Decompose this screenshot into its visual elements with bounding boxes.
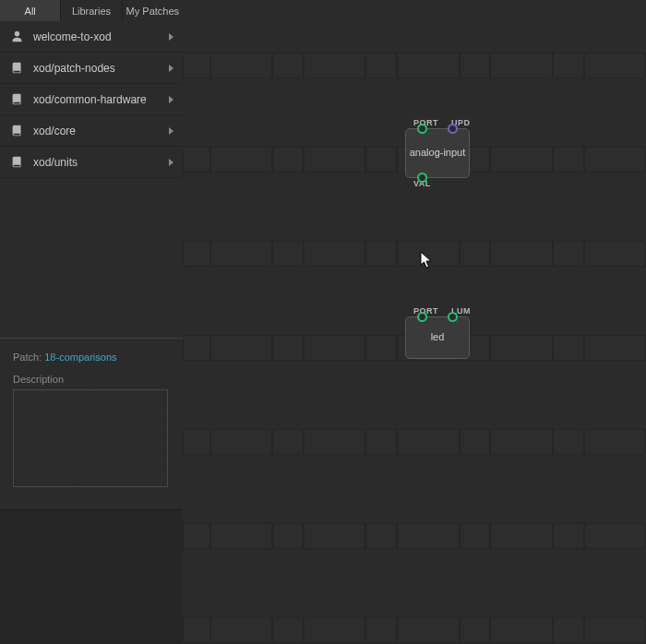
grid-cell: [304, 147, 365, 173]
browser-item-patch-nodes[interactable]: xod/patch-nodes: [0, 53, 183, 84]
pin-input-upd[interactable]: [448, 124, 458, 134]
browser-item-label: xod/common-hardware: [33, 93, 169, 106]
grid-row: [183, 53, 646, 78]
patch-name-link[interactable]: 18-comparisons: [44, 352, 116, 363]
browser-item-label: xod/patch-nodes: [33, 62, 169, 75]
tab-libraries[interactable]: Libraries: [61, 0, 122, 21]
patch-info-panel: Patch: 18-comparisons Description: [0, 338, 183, 510]
browser-item-label: xod/units: [33, 156, 169, 169]
browser-item-label: xod/core: [33, 125, 169, 137]
pin-input-lum[interactable]: [448, 312, 458, 322]
grid-cell: [460, 241, 491, 267]
grid-cell: [365, 241, 397, 267]
pins-row-top: [406, 124, 469, 134]
grid-cell: [460, 523, 491, 549]
grid-cell: [210, 147, 272, 173]
node-led[interactable]: PORT LUM led: [405, 306, 471, 360]
grid-cell: [553, 617, 584, 643]
grid-cell: [584, 53, 646, 78]
grid-cell: [365, 53, 397, 78]
description-label: Description: [13, 374, 170, 385]
chevron-right-icon: [169, 33, 173, 41]
grid-cell: [210, 429, 272, 455]
node-title: led: [406, 331, 469, 342]
grid-cell: [397, 617, 459, 643]
grid-row: [183, 617, 646, 643]
node-body[interactable]: analog-input: [405, 128, 470, 178]
pin-input-port[interactable]: [417, 124, 427, 134]
grid-cell: [460, 429, 491, 455]
grid-cell: [397, 53, 459, 78]
node-body[interactable]: led: [405, 316, 470, 359]
grid-cell: [553, 147, 584, 173]
sidebar: All Libraries My Patches welcome-to-xod …: [0, 0, 183, 644]
grid-cell: [490, 147, 552, 173]
chevron-right-icon: [169, 127, 173, 135]
grid-cell: [365, 617, 397, 643]
node-title: analog-input: [406, 147, 469, 158]
grid-cell: [272, 429, 304, 455]
pin-output-val[interactable]: [417, 173, 427, 183]
grid-cell: [272, 523, 304, 549]
browser-item-core[interactable]: xod/core: [0, 115, 183, 147]
book-icon: [11, 125, 24, 137]
grid-cell: [272, 617, 304, 643]
grid-cell: [553, 523, 584, 549]
grid-cell: [183, 429, 210, 455]
grid-cell: [304, 53, 365, 78]
grid-cell: [553, 241, 584, 267]
grid-cell: [584, 335, 646, 361]
tab-my-patches[interactable]: My Patches: [123, 0, 183, 21]
grid-row: [183, 429, 646, 455]
grid-cell: [365, 429, 397, 455]
browser-item-common-hardware[interactable]: xod/common-hardware: [0, 84, 183, 115]
grid-cell: [490, 523, 552, 549]
grid-cell: [553, 429, 584, 455]
grid-cell: [183, 617, 210, 643]
patch-prefix: Patch:: [13, 352, 44, 363]
grid-cell: [365, 335, 397, 361]
grid-cell: [460, 617, 491, 643]
grid-cell: [584, 241, 646, 267]
description-textarea[interactable]: [13, 389, 168, 487]
user-icon: [11, 30, 24, 42]
book-icon: [11, 156, 24, 168]
browser-list: welcome-to-xod xod/patch-nodes xod/commo…: [0, 21, 183, 178]
sidebar-bottom-panel: [0, 510, 183, 644]
grid-cell: [183, 147, 210, 173]
grid-cell: [553, 53, 584, 78]
book-icon: [11, 62, 24, 74]
patch-canvas[interactable]: PORT UPD analog-input VAL PORT LUM: [183, 0, 646, 644]
grid-cell: [365, 523, 397, 549]
grid-cell: [584, 147, 646, 173]
grid-cell: [397, 523, 459, 549]
grid-cell: [183, 523, 210, 549]
browser-item-units[interactable]: xod/units: [0, 147, 183, 178]
grid-cell: [584, 617, 646, 643]
sidebar-tabs: All Libraries My Patches: [0, 0, 183, 21]
grid-cell: [183, 241, 210, 267]
pins-row-top: [406, 312, 469, 322]
grid-cell: [553, 335, 584, 361]
chevron-right-icon: [169, 159, 173, 166]
grid-cell: [210, 241, 272, 267]
grid-cell: [365, 147, 397, 173]
grid-row: [183, 523, 646, 549]
node-analog-input[interactable]: PORT UPD analog-input VAL: [405, 118, 471, 188]
grid-cell: [272, 335, 304, 361]
grid-cell: [490, 53, 552, 78]
grid-cell: [304, 617, 365, 643]
grid-cell: [397, 241, 459, 267]
grid-cell: [584, 523, 646, 549]
browser-item-welcome[interactable]: welcome-to-xod: [0, 21, 183, 53]
tab-all[interactable]: All: [0, 0, 61, 21]
grid-cell: [490, 241, 552, 267]
grid-cell: [210, 335, 272, 361]
chevron-right-icon: [169, 65, 173, 72]
chevron-right-icon: [169, 96, 173, 103]
grid-cell: [460, 53, 491, 78]
browser-item-label: welcome-to-xod: [33, 30, 169, 43]
pin-input-port[interactable]: [417, 312, 427, 322]
grid-cell: [183, 335, 210, 361]
grid-cell: [490, 429, 552, 455]
